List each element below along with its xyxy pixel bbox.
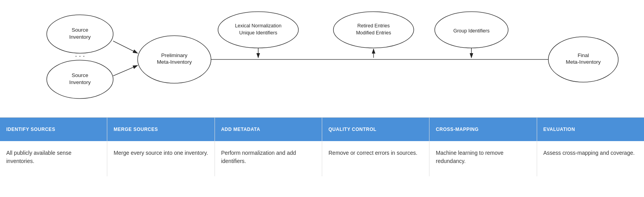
svg-text:· · ·: · · · [75,52,85,60]
column-2: ADD METADATAPerform normalization and ad… [215,118,322,176]
col-body-5: Assess cross-mapping and coverage. [537,141,644,176]
col-header-2: ADD METADATA [215,118,322,141]
col-header-0: IDENTIFY SOURCES [0,118,107,141]
svg-text:Unique Identifiers: Unique Identifiers [239,30,277,36]
col-body-1: Merge every source into one inventory. [107,141,214,176]
svg-text:Group Identifiers: Group Identifiers [453,28,489,34]
svg-text:Inventory: Inventory [69,79,91,85]
col-body-0: All publicly available sense inventories… [0,141,107,176]
svg-text:Source: Source [72,27,88,33]
column-4: CROSS-MAPPINGMachine learning to remove … [429,118,537,176]
svg-line-8 [113,65,138,76]
col-header-4: CROSS-MAPPING [429,118,536,141]
diagram-section: Source Inventory · · · Source Inventory … [0,0,644,113]
svg-text:Meta-Inventory: Meta-Inventory [157,59,192,65]
svg-text:Modified Entries: Modified Entries [356,30,391,36]
svg-text:Inventory: Inventory [69,34,91,40]
col-body-2: Perform normalization and add identifier… [215,141,322,176]
col-body-3: Remove or correct errors in sources. [322,141,429,176]
svg-text:Lexical Normalization: Lexical Normalization [235,23,281,29]
column-3: QUALITY CONTROLRemove or correct errors … [322,118,429,176]
col-header-1: MERGE SOURCES [107,118,214,141]
column-0: IDENTIFY SOURCESAll publicly available s… [0,118,107,176]
column-1: MERGE SOURCESMerge every source into one… [107,118,215,176]
svg-text:Preliminary: Preliminary [161,52,188,58]
svg-text:Final: Final [577,52,589,58]
svg-line-7 [113,41,138,53]
svg-text:Retired Entries: Retired Entries [357,23,390,29]
col-body-4: Machine learning to remove redundancy. [429,141,536,176]
col-header-5: EVALUATION [537,118,644,141]
col-header-3: QUALITY CONTROL [322,118,429,141]
svg-text:Source: Source [72,72,88,78]
svg-text:Meta-Inventory: Meta-Inventory [566,59,601,65]
bottom-section: IDENTIFY SOURCESAll publicly available s… [0,117,644,176]
column-5: EVALUATIONAssess cross-mapping and cover… [537,118,644,176]
